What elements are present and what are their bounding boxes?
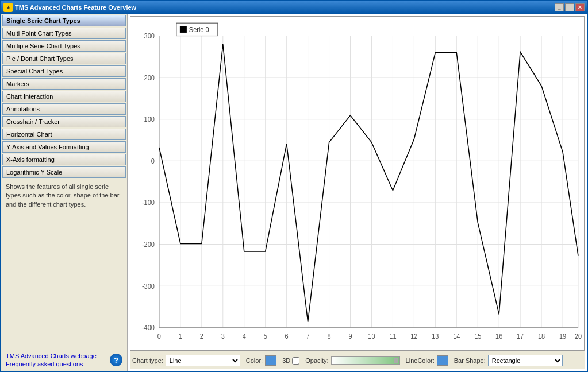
3d-checkbox[interactable]: [292, 357, 299, 365]
faq-link[interactable]: Frequently asked questions: [6, 361, 97, 367]
svg-text:3: 3: [221, 332, 225, 340]
chart-container: 300 200 100 0 -100 -200 -300 -400 0 1 2 …: [130, 16, 585, 351]
svg-text:5: 5: [264, 332, 267, 340]
svg-text:Serie 0: Serie 0: [189, 25, 209, 33]
sidebar-item-x-axis[interactable]: X-Axis formatting: [2, 154, 126, 165]
main-content: Single Serie Chart Types Multi Point Cha…: [1, 14, 587, 371]
color-swatch[interactable]: [265, 355, 276, 366]
color-group: Color:: [246, 355, 276, 366]
sidebar-item-single-serie[interactable]: Single Serie Chart Types: [2, 15, 126, 26]
svg-text:18: 18: [538, 332, 545, 340]
svg-text:20: 20: [575, 332, 582, 340]
opacity-label: Opacity:: [305, 357, 328, 364]
sidebar-item-y-axis[interactable]: Y-Axis and Values Formatting: [2, 141, 126, 153]
svg-text:0: 0: [157, 332, 162, 340]
controls-bar: Chart type: Line Bar Area Point Candlest…: [130, 351, 585, 369]
svg-text:10: 10: [368, 332, 375, 340]
svg-text:4: 4: [243, 332, 247, 340]
sidebar-description: Shows the features of all single serie t…: [2, 179, 126, 350]
barshape-select[interactable]: Rectangle Cylinder Triangle Diamond: [488, 355, 563, 366]
svg-text:-400: -400: [142, 324, 155, 332]
svg-text:11: 11: [389, 332, 396, 340]
svg-text:14: 14: [453, 332, 460, 340]
svg-text:12: 12: [410, 332, 417, 340]
svg-text:6: 6: [285, 332, 289, 340]
sidebar-item-special[interactable]: Special Chart Types: [2, 65, 126, 77]
opacity-slider-track[interactable]: [331, 356, 400, 365]
sidebar-item-pie-donut[interactable]: Pie / Donut Chart Types: [2, 53, 126, 64]
linecolor-swatch[interactable]: [437, 355, 448, 366]
svg-text:-200: -200: [142, 241, 155, 249]
svg-text:300: 300: [144, 32, 155, 40]
main-window: ★ TMS Advanced Charts Feature Overview _…: [0, 0, 588, 372]
svg-text:-300: -300: [142, 282, 155, 290]
svg-text:8: 8: [328, 332, 331, 340]
svg-rect-0: [130, 17, 584, 350]
sidebar-item-horizontal[interactable]: Horizontal Chart: [2, 129, 126, 140]
maximize-button[interactable]: □: [565, 3, 574, 11]
close-button[interactable]: ✕: [575, 3, 585, 11]
svg-text:200: 200: [144, 73, 155, 82]
svg-text:17: 17: [517, 332, 524, 340]
svg-text:1: 1: [179, 332, 182, 340]
svg-text:9: 9: [348, 332, 352, 340]
svg-text:16: 16: [495, 332, 502, 340]
chart-type-group: Chart type: Line Bar Area Point Candlest…: [132, 355, 240, 366]
sidebar-item-annotations[interactable]: Annotations: [2, 103, 126, 115]
window-icon: ★: [3, 3, 13, 12]
svg-text:13: 13: [432, 332, 439, 340]
svg-text:2: 2: [200, 332, 203, 340]
3d-group: 3D: [282, 357, 299, 365]
sidebar-item-chart-interaction[interactable]: Chart Interaction: [2, 91, 126, 102]
3d-label: 3D: [282, 357, 290, 364]
svg-rect-62: [180, 26, 187, 33]
barshape-label: Bar Shape:: [454, 357, 486, 364]
color-label: Color:: [246, 357, 263, 364]
window-title: TMS Advanced Charts Feature Overview: [15, 4, 555, 11]
sidebar-item-logarithmic[interactable]: Logarithmic Y-Scale: [2, 166, 126, 178]
linecolor-group: LineColor:: [406, 355, 448, 366]
sidebar-item-multi-point[interactable]: Multi Point Chart Types: [2, 28, 126, 39]
sidebar-item-multiple-serie[interactable]: Multiple Serie Chart Types: [2, 40, 126, 52]
sidebar-footer: TMS Advanced Charts webpage Frequently a…: [2, 350, 126, 370]
minimize-button[interactable]: _: [555, 3, 564, 11]
title-bar-buttons: _ □ ✕: [555, 3, 585, 11]
chart-area: 300 200 100 0 -100 -200 -300 -400 0 1 2 …: [128, 14, 587, 371]
svg-text:15: 15: [474, 332, 481, 340]
opacity-group: Opacity:: [305, 356, 399, 365]
title-bar: ★ TMS Advanced Charts Feature Overview _…: [1, 1, 587, 14]
sidebar: Single Serie Chart Types Multi Point Cha…: [1, 14, 128, 371]
sidebar-item-crosshair[interactable]: Crosshair / Tracker: [2, 116, 126, 127]
svg-text:100: 100: [144, 115, 155, 123]
chart-type-select[interactable]: Line Bar Area Point Candlestick: [166, 355, 240, 366]
opacity-slider-thumb[interactable]: [394, 358, 398, 363]
sidebar-footer-links: TMS Advanced Charts webpage Frequently a…: [6, 352, 97, 367]
svg-text:7: 7: [306, 332, 310, 340]
barshape-group: Bar Shape: Rectangle Cylinder Triangle D…: [454, 355, 563, 366]
svg-text:19: 19: [559, 332, 566, 340]
sidebar-item-markers[interactable]: Markers: [2, 78, 126, 90]
svg-text:-100: -100: [142, 199, 155, 207]
help-icon[interactable]: ?: [110, 354, 122, 366]
webpage-link[interactable]: TMS Advanced Charts webpage: [6, 352, 97, 359]
chart-svg: 300 200 100 0 -100 -200 -300 -400 0 1 2 …: [130, 17, 584, 350]
chart-type-label: Chart type:: [132, 357, 163, 364]
svg-text:0: 0: [151, 157, 155, 165]
linecolor-label: LineColor:: [406, 357, 435, 364]
